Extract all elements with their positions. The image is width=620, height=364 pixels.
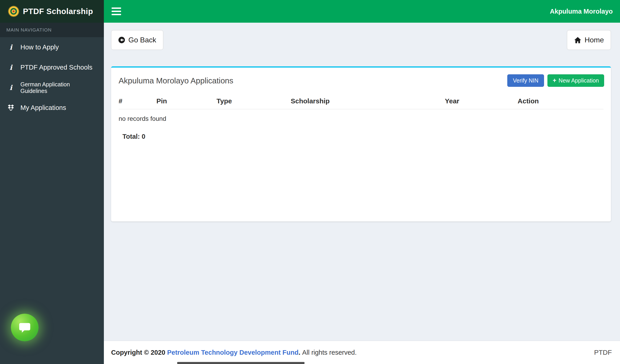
info-icon: i [6,84,16,91]
sidebar-item-label: German Application Guidelines [20,81,97,94]
new-application-button[interactable]: + New Application [547,74,604,87]
home-button[interactable]: Home [567,30,611,50]
sidebar-item-label: My Applications [20,104,66,111]
chat-bubble-icon [18,321,31,334]
footer: Copyright © 2020Petroleum Technology Dev… [104,341,620,364]
applications-table: # Pin Type Scholarship Year Action no re… [119,91,604,122]
column-header-action: Action [518,91,604,109]
chat-widget-button[interactable] [11,314,39,341]
sidebar-item-german-application-guidelines[interactable]: i German Application Guidelines [0,77,104,98]
top-header: PTDF Scholarship Akpuluma Morolayo [0,0,620,23]
footer-brand: PTDF [594,349,612,356]
horizontal-scrollbar-thumb[interactable] [177,362,305,364]
ptdf-seal-icon [8,5,19,17]
ptdf-link[interactable]: Petroleum Technology Development Fund [167,349,299,356]
toolbar: Go Back Home [111,30,611,50]
info-icon: i [6,43,16,51]
sidebar-item-how-to-apply[interactable]: i How to Apply [0,37,104,57]
column-header-type: Type [217,91,291,109]
top-navbar: Akpuluma Morolayo [104,0,620,23]
home-icon [574,37,581,44]
info-icon: i [6,63,16,71]
panel-header: Akpuluma Morolayo Applications Verify NI… [111,68,611,91]
empty-message: no records found [119,109,604,123]
column-header-year: Year [445,91,518,109]
go-back-button[interactable]: Go Back [111,30,163,50]
verify-nin-button[interactable]: Verify NIN [507,74,544,87]
sidebar-item-my-applications[interactable]: My Applications [0,98,104,118]
home-label: Home [585,36,604,44]
user-menu[interactable]: Akpuluma Morolayo [550,8,613,15]
table-header-row: # Pin Type Scholarship Year Action [119,91,604,109]
sidebar-section-label: MAIN NAVIGATION [0,23,104,37]
sidebar-menu: i How to Apply i PTDF Approved Schools i… [0,37,104,118]
arrow-circle-left-icon [118,36,125,44]
copyright-dot: . [298,349,300,356]
box-icon [6,105,16,111]
sidebar-item-label: PTDF Approved Schools [20,64,93,71]
empty-row: no records found [119,109,604,123]
panel-actions: Verify NIN + New Application [507,74,604,87]
sidebar-item-label: How to Apply [20,44,59,51]
copyright-text: Copyright © 2020 [111,349,165,356]
brand-title: PTDF Scholarship [23,7,93,16]
panel-title: Akpuluma Morolayo Applications [119,76,233,85]
new-application-label: New Application [558,77,599,84]
plus-icon: + [553,77,556,84]
sidebar-toggle-button[interactable] [110,5,123,17]
applications-panel: Akpuluma Morolayo Applications Verify NI… [111,66,611,221]
sidebar-item-ptdf-approved-schools[interactable]: i PTDF Approved Schools [0,57,104,77]
sidebar: MAIN NAVIGATION i How to Apply i PTDF Ap… [0,23,104,364]
rights-text: All rights reserved. [302,349,357,356]
go-back-label: Go Back [128,36,156,44]
column-header-index: # [119,91,156,109]
column-header-pin: Pin [156,91,217,109]
content-area: Go Back Home Akpuluma Morolayo Applicati… [104,23,620,341]
brand-logo[interactable]: PTDF Scholarship [0,0,104,23]
column-header-scholarship: Scholarship [291,91,445,109]
copyright: Copyright © 2020Petroleum Technology Dev… [111,349,357,356]
total-count: Total: 0 [123,133,611,140]
